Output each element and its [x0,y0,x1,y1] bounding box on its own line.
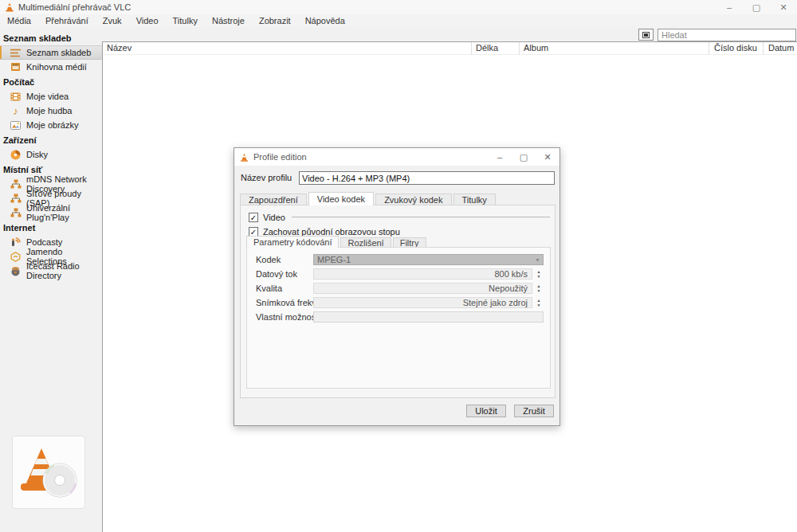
sidebar-section-computer: Počítač [0,74,102,89]
sidebar-item-label: Podcasty [26,237,62,247]
vlc-cone-icon [5,2,14,12]
bitrate-row: Datový tok 800 kb/s ▲▼ [247,268,550,280]
menu-subtitles[interactable]: Titulky [166,16,205,25]
quality-input[interactable]: Nepoužitý [313,283,532,294]
menu-video[interactable]: Video [129,16,166,25]
minimize-button[interactable]: – [716,0,743,14]
vlc-cone-icon [240,153,249,162]
film-icon [10,91,22,103]
codec-value: MPEG-1 [317,255,351,264]
sidebar-item-media-library[interactable]: Knihovna médií [0,60,102,74]
sidebar-section-playlist: Seznam skladeb [0,30,102,45]
view-mode-button[interactable] [638,29,654,41]
profile-edition-dialog: Profile edition – ▢ ✕ Název profilu Zapo… [234,147,560,426]
quality-spinner[interactable]: ▲▼ [534,283,544,294]
icecast-icon [10,265,22,277]
encoding-inner-tabs: Parametry kódování Rozlišení Filtry [246,236,428,248]
sidebar-item-label: Disky [26,150,48,159]
sidebar-item-label: Moje videa [26,92,69,101]
sidebar-item-my-pictures[interactable]: Moje obrázky [0,118,102,132]
tab-encoding-params[interactable]: Parametry kódování [246,236,339,248]
menu-tools[interactable]: Nástroje [205,16,252,25]
profile-name-input[interactable] [299,171,555,185]
video-checkbox-label: Video [263,213,285,222]
quality-label: Kvalita [256,284,282,293]
vlc-cone-disc-art [18,444,80,501]
quality-row: Kvalita Nepoužitý ▲▼ [247,283,550,294]
disc-icon [10,149,22,161]
sidebar-item-icecast[interactable]: Icecast Radio Directory [0,264,102,278]
tab-video-codec[interactable]: Video kodek [308,192,374,205]
sidebar-item-label: Seznam skladeb [26,48,91,57]
dialog-maximize-button[interactable]: ▢ [512,148,536,166]
dialog-titlebar[interactable]: Profile edition – ▢ ✕ [234,148,559,166]
framerate-input[interactable]: Stejné jako zdroj [313,297,532,308]
profile-name-label: Název profilu [241,173,292,182]
menu-audio[interactable]: Zvuk [96,16,129,25]
maximize-button[interactable]: ▢ [743,0,770,14]
column-header-name[interactable]: Název [107,43,132,53]
album-art-placeholder [12,436,85,509]
spinner-down-icon[interactable]: ▼ [537,288,541,293]
bitrate-spinner[interactable]: ▲▼ [534,268,544,280]
video-checkbox[interactable]: ✓ [249,213,258,222]
cancel-button[interactable]: Zrušit [514,405,554,417]
playlist-icon [10,47,22,59]
keep-original-track-checkbox[interactable]: ✓ [249,227,258,237]
codec-label: Kodek [256,255,281,264]
playlist-toolbar [102,27,797,41]
chevron-down-icon: ▼ [535,256,540,265]
codec-select[interactable]: MPEG-1 ▼ [313,254,544,265]
sidebar-item-my-music[interactable]: ♪ Moje hudba [0,104,102,118]
video-codec-tab-pane: ✓ Video ✓ Zachovat původní obrazovou sto… [240,205,556,398]
sidebar: Seznam skladeb Seznam skladeb Knihovna m… [0,27,102,532]
column-header-length[interactable]: Délka [476,43,498,53]
sidebar-section-devices: Zařízení [0,132,102,147]
encoding-params-pane: Kodek MPEG-1 ▼ Datový tok 800 kb/s ▲▼ Kv… [246,247,551,389]
tab-subtitles[interactable]: Titulky [453,194,496,205]
sidebar-item-discs[interactable]: Disky [0,147,102,162]
window-titlebar: Multimediální přehrávač VLC – ▢ ✕ [0,0,797,14]
menu-help[interactable]: Nápověda [298,16,352,25]
column-header-album[interactable]: Album [524,43,548,53]
sidebar-item-label: Moje hudba [26,106,73,115]
column-header-disc[interactable]: Číslo disku [714,43,757,53]
window-title: Multimediální přehrávač VLC [18,2,131,12]
sidebar-item-label: Univerzální Plug'n'Play [26,203,102,222]
menu-view[interactable]: Zobrazit [252,16,298,25]
spinner-down-icon[interactable]: ▼ [537,274,541,279]
tab-audio-codec[interactable]: Zvukový kodek [375,194,451,205]
save-button[interactable]: Uložit [466,405,506,417]
jamendo-icon [10,251,22,263]
custom-options-input[interactable] [313,311,544,323]
search-input[interactable] [658,29,796,41]
picture-icon [10,119,22,131]
menu-media[interactable]: Média [0,16,38,25]
sidebar-item-label: Moje obrázky [26,120,78,130]
network-icon [10,207,22,219]
view-mode-icon [642,32,650,38]
sidebar-item-playlist[interactable]: Seznam skladeb [0,45,102,60]
dialog-close-button[interactable]: ✕ [536,148,559,166]
menu-playback[interactable]: Přehrávání [38,16,96,25]
sidebar-item-label: Icecast Radio Directory [26,261,102,280]
video-checkbox-row: ✓ Video [249,212,555,222]
codec-row: Kodek MPEG-1 ▼ [247,254,550,265]
sidebar-item-upnp[interactable]: Univerzální Plug'n'Play [0,205,102,220]
playlist-header-row: Název Délka Album Číslo disku Datum [103,42,797,55]
spinner-down-icon[interactable]: ▼ [537,303,541,307]
dialog-minimize-button[interactable]: – [488,148,512,166]
custom-options-row: Vlastní možnosti [247,311,550,323]
framerate-spinner[interactable]: ▲▼ [534,297,544,308]
sidebar-item-my-videos[interactable]: Moje videa [0,89,102,104]
column-header-date[interactable]: Datum [768,43,794,53]
dialog-title: Profile edition [253,152,307,162]
custom-options-label: Vlastní možnosti [256,312,320,322]
group-divider [292,217,550,217]
podcast-icon [10,237,22,248]
close-button[interactable]: ✕ [770,0,797,14]
framerate-row: Snímková frekvence Stejné jako zdroj ▲▼ [247,297,550,308]
tab-encapsulation[interactable]: Zapouzdření [240,194,307,205]
keep-track-checkbox-label: Zachovat původní obrazovou stopu [263,227,400,237]
bitrate-input[interactable]: 800 kb/s [313,268,532,280]
